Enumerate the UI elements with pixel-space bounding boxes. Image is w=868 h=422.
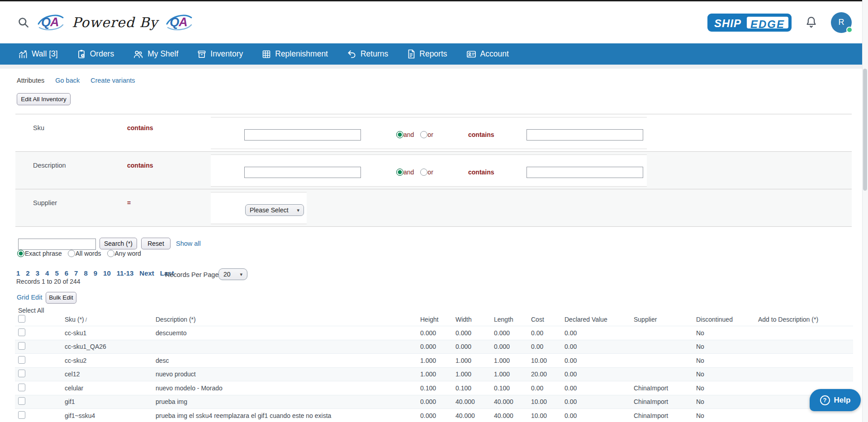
column-header-discontinued[interactable]: Discontinued (696, 316, 758, 323)
next-page-link[interactable]: Next (139, 269, 154, 277)
page-link-6[interactable]: 6 (65, 269, 68, 277)
edit-all-inventory-button[interactable]: Edit All Inventory (17, 93, 71, 105)
description-and-radio[interactable] (396, 169, 403, 176)
scrollbar-thumb[interactable] (863, 69, 867, 191)
page-link-4[interactable]: 4 (45, 269, 49, 277)
pagination: 1 2 3 4 5 6 7 8 9 10 11-13 Next Last (16, 269, 174, 277)
search-button[interactable]: Search (*) (100, 238, 137, 249)
help-button-label: Help (834, 396, 851, 405)
cell-supplier: ChinaImport (634, 398, 696, 405)
cell-cost: 0.00 (531, 329, 564, 337)
show-all-link[interactable]: Show all (176, 240, 201, 247)
column-header-description[interactable]: Description (*) (156, 316, 420, 323)
main-nav: Wall [3] Orders My Shelf Inventory (0, 43, 868, 65)
column-header-supplier[interactable]: Supplier (634, 316, 696, 323)
grid-icon (262, 50, 271, 59)
nav-item-my-shelf[interactable]: My Shelf (133, 49, 178, 59)
cell-length: 40.000 (494, 398, 531, 405)
column-header-height[interactable]: Height (420, 316, 455, 323)
nav-item-reports[interactable]: Reports (407, 49, 447, 59)
page-link-5[interactable]: 5 (55, 269, 58, 277)
cell-discontinued: No (696, 412, 758, 419)
nav-label: Orders (90, 49, 114, 59)
nav-label: Replenishment (275, 49, 328, 59)
row-checkbox[interactable] (18, 328, 25, 336)
row-checkbox[interactable] (18, 384, 25, 391)
qa-logo-text: QA (41, 15, 59, 29)
create-variants-link[interactable]: Create variants (90, 77, 135, 84)
page-link-8[interactable]: 8 (84, 269, 87, 277)
page-link-9[interactable]: 9 (94, 269, 97, 277)
cell-discontinued: No (696, 384, 758, 392)
row-checkbox[interactable] (18, 370, 25, 377)
page-link-7[interactable]: 7 (74, 269, 78, 277)
cell-cost: 0.00 (531, 384, 564, 392)
column-header-declared-value[interactable]: Declared Value (564, 316, 634, 323)
page-link-11-13[interactable]: 11-13 (117, 269, 134, 277)
sku-or-radio[interactable] (420, 131, 427, 138)
nav-item-orders[interactable]: Orders (77, 49, 114, 59)
nav-item-wall[interactable]: Wall [3] (18, 49, 58, 59)
top-bar-right: SHIP EDGE R (707, 1, 852, 43)
sku-or-label: or (427, 131, 433, 138)
search-icon[interactable] (17, 16, 29, 28)
column-header-cost[interactable]: Cost (531, 316, 564, 323)
user-avatar[interactable]: R (831, 12, 852, 33)
nav-label: Reports (419, 49, 447, 59)
table-row: celular nuevo modelo - Morado 0.100 0.10… (15, 381, 853, 395)
page-link-3[interactable]: 3 (36, 269, 39, 277)
id-card-icon (466, 50, 476, 59)
records-per-page-value: 20 (223, 271, 231, 278)
row-checkbox[interactable] (18, 342, 25, 350)
shipedge-logo-edge: EDGE (746, 16, 789, 29)
records-per-page-select[interactable]: 20 ▾ (218, 268, 247, 280)
cell-discontinued: No (696, 370, 758, 378)
sku-filter-input-2[interactable] (526, 129, 643, 141)
sku-and-radio[interactable] (396, 131, 403, 138)
go-back-link[interactable]: Go back (55, 77, 80, 84)
row-checkbox[interactable] (18, 397, 25, 405)
row-checkbox[interactable] (18, 411, 25, 419)
column-header-add-to-description[interactable]: Add to Description (*) (758, 316, 853, 323)
cell-height: 1.000 (420, 357, 455, 364)
all-words-label: All words (76, 250, 101, 257)
grid-edit-link[interactable]: Grid Edit (17, 294, 42, 301)
records-per-page-label: Records Per Page (165, 271, 218, 278)
supplier-select[interactable]: Please Select ▾ (245, 204, 304, 216)
clipboard-clock-icon (77, 49, 86, 59)
cell-sku: gif1 (65, 398, 156, 405)
nav-item-returns[interactable]: Returns (347, 49, 388, 59)
nav-item-replenishment[interactable]: Replenishment (262, 49, 328, 59)
column-header-length[interactable]: Length (494, 316, 531, 323)
column-header-sku[interactable]: Sku (*)/ (65, 316, 156, 323)
cell-cost: 0.00 (531, 343, 564, 350)
page-link-1[interactable]: 1 (16, 269, 20, 277)
column-header-width[interactable]: Width (455, 316, 494, 323)
any-word-radio[interactable] (107, 250, 114, 257)
sku-filter-panel: and or contains (211, 117, 647, 149)
all-words-radio[interactable] (68, 250, 75, 257)
select-all-checkbox[interactable] (18, 315, 25, 323)
search-input[interactable] (18, 239, 96, 250)
nav-label: Returns (360, 49, 388, 59)
cell-sku: cc-sku2 (65, 357, 156, 364)
nav-item-account[interactable]: Account (466, 49, 509, 59)
description-filter-input-1[interactable] (244, 167, 361, 178)
cell-declared-value: 0.00 (564, 357, 634, 364)
bulk-edit-button[interactable]: Bulk Edit (46, 292, 76, 304)
notifications-bell-icon[interactable] (805, 16, 817, 29)
nav-item-inventory[interactable]: Inventory (197, 49, 243, 59)
description-or-radio[interactable] (420, 169, 427, 176)
exact-phrase-radio[interactable] (17, 250, 24, 257)
description-filter-input-2[interactable] (526, 167, 643, 178)
page-link-2[interactable]: 2 (26, 269, 29, 277)
shipedge-logo: SHIP EDGE (707, 14, 792, 32)
cell-cost: 10.00 (531, 412, 564, 419)
sku-filter-input-1[interactable] (244, 129, 361, 141)
help-button[interactable]: ? Help (810, 389, 861, 411)
vertical-scrollbar[interactable] (862, 0, 868, 422)
table-row: gif1~ssku4 prueba img el ssku4 reemplaza… (15, 408, 853, 422)
reset-button[interactable]: Reset (141, 238, 171, 249)
page-link-10[interactable]: 10 (103, 269, 111, 277)
row-checkbox[interactable] (18, 356, 25, 364)
